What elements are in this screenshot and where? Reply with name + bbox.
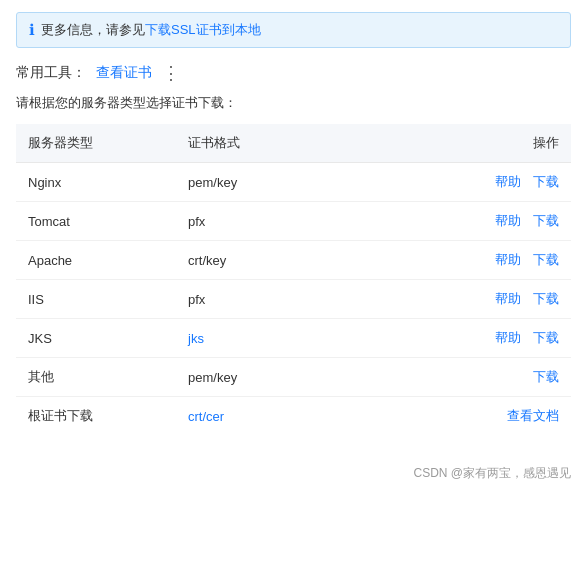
cell-format: crt/cer bbox=[176, 397, 376, 436]
download-link-JKS[interactable]: 下载 bbox=[533, 329, 559, 347]
cell-ops: 帮助下载 bbox=[376, 202, 571, 241]
instruction-text: 请根据您的服务器类型选择证书下载： bbox=[16, 94, 571, 112]
cell-type: 根证书下载 bbox=[16, 397, 176, 436]
col-header-type: 服务器类型 bbox=[16, 124, 176, 163]
cell-type: Nginx bbox=[16, 163, 176, 202]
cell-type: JKS bbox=[16, 319, 176, 358]
cell-format: crt/key bbox=[176, 241, 376, 280]
cell-ops: 帮助下载 bbox=[376, 319, 571, 358]
table-row: IISpfx帮助下载 bbox=[16, 280, 571, 319]
cell-format: pfx bbox=[176, 202, 376, 241]
cell-format: pfx bbox=[176, 280, 376, 319]
table-header-row: 服务器类型 证书格式 操作 bbox=[16, 124, 571, 163]
table-row: 其他pem/key下载 bbox=[16, 358, 571, 397]
cell-format: pem/key bbox=[176, 163, 376, 202]
ssl-download-link[interactable]: 下载SSL证书到本地 bbox=[145, 22, 261, 37]
alt-action-link-根证书下载[interactable]: 查看文档 bbox=[507, 407, 559, 425]
footer: CSDN @家有两宝，感恩遇见 bbox=[16, 465, 571, 482]
cell-ops: 帮助下载 bbox=[376, 241, 571, 280]
table-row: Nginxpem/key帮助下载 bbox=[16, 163, 571, 202]
cell-type: IIS bbox=[16, 280, 176, 319]
col-header-format: 证书格式 bbox=[176, 124, 376, 163]
table-row: 根证书下载crt/cer查看文档 bbox=[16, 397, 571, 436]
footer-text: CSDN @家有两宝，感恩遇见 bbox=[413, 466, 571, 480]
download-link-IIS[interactable]: 下载 bbox=[533, 290, 559, 308]
cell-ops: 查看文档 bbox=[376, 397, 571, 436]
help-link-IIS[interactable]: 帮助 bbox=[495, 290, 521, 308]
cell-ops: 帮助下载 bbox=[376, 280, 571, 319]
download-link-Apache[interactable]: 下载 bbox=[533, 251, 559, 269]
view-cert-link[interactable]: 查看证书 bbox=[96, 64, 152, 82]
cell-format: jks bbox=[176, 319, 376, 358]
more-menu-icon[interactable]: ⋮ bbox=[162, 62, 180, 84]
cell-type: Tomcat bbox=[16, 202, 176, 241]
help-link-Apache[interactable]: 帮助 bbox=[495, 251, 521, 269]
download-link-Nginx[interactable]: 下载 bbox=[533, 173, 559, 191]
info-icon: ℹ bbox=[29, 21, 35, 39]
toolbar: 常用工具： 查看证书 ⋮ bbox=[16, 62, 571, 84]
info-banner: ℹ 更多信息，请参见下载SSL证书到本地 bbox=[16, 12, 571, 48]
help-link-JKS[interactable]: 帮助 bbox=[495, 329, 521, 347]
cell-ops: 帮助下载 bbox=[376, 163, 571, 202]
cert-table: 服务器类型 证书格式 操作 Nginxpem/key帮助下载Tomcatpfx帮… bbox=[16, 124, 571, 435]
cell-type: 其他 bbox=[16, 358, 176, 397]
table-row: Apachecrt/key帮助下载 bbox=[16, 241, 571, 280]
info-text: 更多信息，请参见下载SSL证书到本地 bbox=[41, 21, 261, 39]
col-header-ops: 操作 bbox=[376, 124, 571, 163]
help-link-Nginx[interactable]: 帮助 bbox=[495, 173, 521, 191]
cell-format: pem/key bbox=[176, 358, 376, 397]
table-row: Tomcatpfx帮助下载 bbox=[16, 202, 571, 241]
help-link-Tomcat[interactable]: 帮助 bbox=[495, 212, 521, 230]
cell-type: Apache bbox=[16, 241, 176, 280]
download-link-其他[interactable]: 下载 bbox=[533, 368, 559, 386]
toolbar-label: 常用工具： bbox=[16, 64, 86, 82]
cell-ops: 下载 bbox=[376, 358, 571, 397]
download-link-Tomcat[interactable]: 下载 bbox=[533, 212, 559, 230]
table-row: JKSjks帮助下载 bbox=[16, 319, 571, 358]
